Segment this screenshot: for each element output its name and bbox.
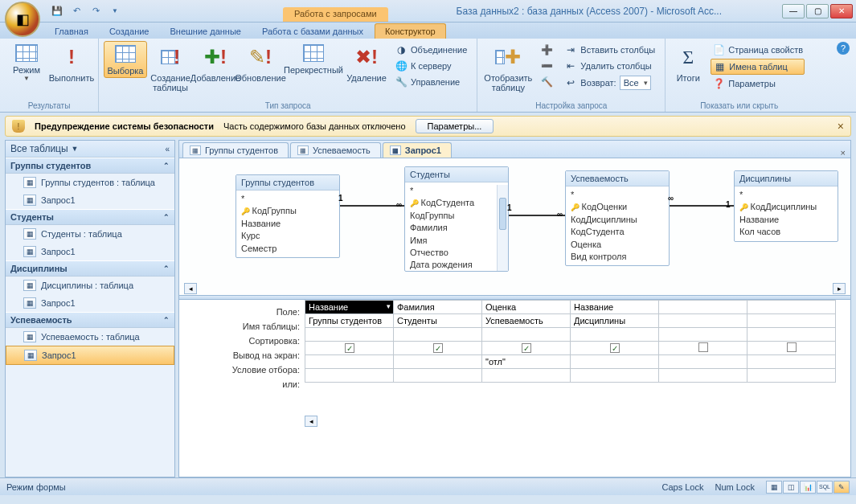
checkbox[interactable]: ✓: [433, 343, 443, 353]
close-button[interactable]: ✕: [830, 4, 853, 18]
tab-external[interactable]: Внешние данные: [161, 24, 251, 39]
view-button[interactable]: Режим ▼: [5, 41, 48, 84]
grid-cell[interactable]: [747, 328, 836, 342]
grid-cell[interactable]: [571, 355, 659, 369]
grid-cell[interactable]: [305, 369, 394, 383]
doc-close-icon[interactable]: ×: [836, 148, 850, 158]
tab-design[interactable]: Конструктор: [375, 23, 446, 39]
grid-cell[interactable]: [394, 328, 482, 342]
ddl-button[interactable]: 🔧Управление: [393, 75, 469, 89]
tab-create[interactable]: Создание: [100, 24, 159, 39]
relationship-line[interactable]: [340, 205, 404, 207]
relationship-line[interactable]: [670, 205, 734, 207]
nav-group-header[interactable]: Группы студентов⌃: [6, 158, 174, 174]
minimize-button[interactable]: —: [782, 4, 805, 18]
grid-cell[interactable]: Студенты: [394, 314, 482, 328]
checkbox[interactable]: [698, 342, 708, 352]
nav-query-item[interactable]: ▦Запрос1: [6, 243, 174, 260]
append-button[interactable]: ✚! Добавление: [194, 41, 237, 84]
collapse-icon[interactable]: «: [165, 145, 170, 154]
grid-cell[interactable]: [659, 342, 747, 355]
grid-table[interactable]: НазваниеФамилияОценкаНазваниеГруппы студ…: [305, 300, 836, 383]
nav-query-item[interactable]: ▦Запрос1: [6, 191, 174, 209]
select-query-button[interactable]: Выборка: [104, 41, 147, 78]
table-box-fields[interactable]: *КодОценкиКодДисциплиныКодСтудентаОценка…: [566, 186, 669, 265]
builder-button[interactable]: 🔨: [539, 75, 555, 89]
grid-cell[interactable]: [659, 355, 747, 369]
grid-cell[interactable]: [571, 369, 659, 383]
return-selector[interactable]: ↩Возврат: Все: [563, 75, 657, 91]
view-chart[interactable]: 📊: [800, 481, 816, 494]
union-button[interactable]: ◑Объединение: [393, 43, 469, 57]
grid-cell[interactable]: [747, 342, 836, 355]
update-button[interactable]: ✎! Обновление: [239, 41, 282, 84]
query-diagram[interactable]: ◂ ▸ Группы студентов*КодГруппыНазваниеКу…: [179, 158, 850, 295]
table-box-fields[interactable]: *КодСтудентаКодГруппыФамилияИмяОтчествоД…: [405, 182, 508, 271]
grid-cell[interactable]: Название: [571, 301, 659, 314]
grid-cell[interactable]: ✓: [571, 342, 659, 355]
redo-icon[interactable]: ↷: [88, 4, 103, 18]
scrollbar[interactable]: [497, 185, 508, 271]
table-box[interactable]: Успеваемость*КодОценкиКодДисциплиныКодСт…: [565, 170, 670, 266]
nav-query-item[interactable]: ▦Запрос1: [6, 294, 174, 312]
checkbox[interactable]: [787, 342, 797, 352]
view-pivot[interactable]: ◫: [783, 481, 799, 494]
nav-group-header[interactable]: Студенты⌃: [6, 209, 174, 225]
table-box-fields[interactable]: *КодДисциплиныНазваниеКол часов: [735, 186, 838, 241]
grid-cell[interactable]: [305, 355, 394, 369]
grid-cell[interactable]: [394, 355, 482, 369]
grid-cell[interactable]: ✓: [482, 342, 571, 355]
nav-table-item[interactable]: ▦Студенты : таблица: [6, 225, 174, 243]
grid-cell[interactable]: Оценка: [482, 301, 571, 314]
insert-rows-button[interactable]: ➕: [539, 43, 555, 57]
grid-cell[interactable]: [747, 369, 836, 383]
help-icon[interactable]: ?: [837, 42, 850, 55]
grid-cell[interactable]: [747, 314, 836, 328]
grid-cell[interactable]: [482, 328, 571, 342]
nav-group-header[interactable]: Успеваемость⌃: [6, 312, 174, 328]
grid-cell[interactable]: [659, 369, 747, 383]
grid-cell[interactable]: [571, 328, 659, 342]
propsheet-button[interactable]: 📄Страница свойств: [711, 43, 805, 57]
nav-table-item[interactable]: ▦Группы студентов : таблица: [6, 174, 174, 191]
crosstab-button[interactable]: Перекрестный: [284, 41, 343, 76]
grid-cell[interactable]: [394, 369, 482, 383]
passthrough-button[interactable]: 🌐К серверу: [393, 59, 469, 73]
view-design[interactable]: ✎: [833, 481, 850, 494]
grid-cell[interactable]: [659, 314, 747, 328]
grid-cell[interactable]: "отл": [482, 355, 571, 369]
grid-cell[interactable]: Успеваемость: [482, 314, 571, 328]
parameters-button[interactable]: ❓Параметры: [711, 76, 805, 91]
table-box[interactable]: Группы студентов*КодГруппыНазваниеКурсСе…: [236, 174, 340, 258]
showtable-button[interactable]: ✚ Отобразить таблицу: [482, 41, 534, 94]
checkbox[interactable]: ✓: [522, 343, 531, 353]
scroll-right-icon[interactable]: ▸: [833, 283, 846, 294]
tab-dbtools[interactable]: Работа с базами данных: [252, 24, 373, 39]
maketable-button[interactable]: ! Создание таблицы: [149, 41, 192, 94]
view-datasheet[interactable]: ▦: [766, 481, 782, 494]
security-options-button[interactable]: Параметры...: [416, 119, 494, 133]
nav-table-item[interactable]: ▦Дисциплины : таблица: [6, 277, 174, 294]
nav-table-item[interactable]: ▦Успеваемость : таблица: [6, 328, 174, 346]
grid-cell[interactable]: [482, 369, 571, 383]
security-close-icon[interactable]: ×: [838, 120, 844, 133]
doctab-groups[interactable]: ▦Группы студентов: [182, 142, 289, 158]
checkbox[interactable]: ✓: [345, 343, 354, 353]
delete-query-button[interactable]: ✖! Удаление: [345, 41, 388, 84]
tab-home[interactable]: Главная: [45, 24, 98, 39]
grid-cell[interactable]: Название: [305, 301, 394, 314]
grid-scroll-left[interactable]: ◂: [305, 416, 317, 427]
table-box[interactable]: Студенты*КодСтудентаКодГруппыФамилияИмяО…: [404, 166, 509, 272]
table-box[interactable]: Дисциплины*КодДисциплиныНазваниеКол часо…: [734, 170, 838, 242]
run-button[interactable]: ! Выполнить: [50, 41, 93, 84]
grid-cell[interactable]: [659, 301, 747, 314]
doctab-query1[interactable]: ▦Запрос1: [383, 142, 452, 158]
maximize-button[interactable]: ▢: [806, 4, 829, 18]
grid-cell[interactable]: [659, 328, 747, 342]
nav-query-item[interactable]: ▦Запрос1: [6, 346, 174, 365]
save-icon[interactable]: 💾: [50, 4, 64, 18]
grid-cell[interactable]: Группы студентов: [305, 314, 394, 328]
checkbox[interactable]: ✓: [610, 343, 620, 353]
undo-icon[interactable]: ↶: [69, 4, 84, 18]
table-box-fields[interactable]: *КодГруппыНазваниеКурсСеместр: [236, 191, 339, 257]
